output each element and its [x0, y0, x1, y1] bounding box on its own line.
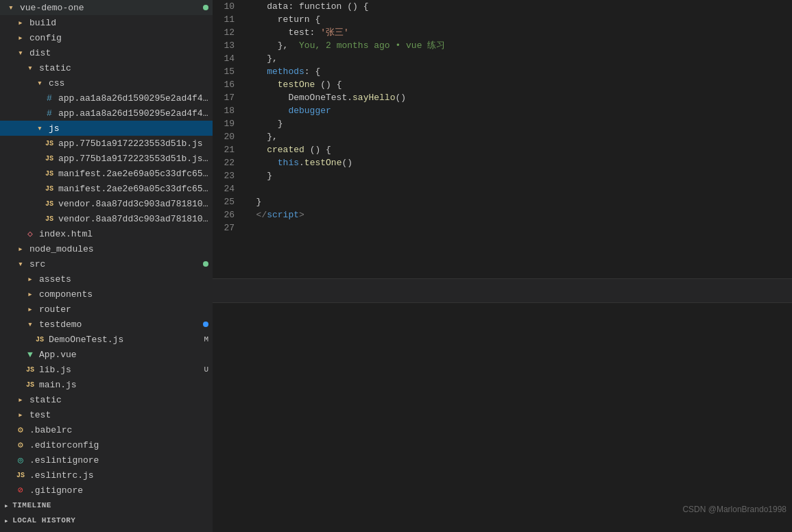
- sidebar-item-css1[interactable]: #app.aa1a8a26d1590295e2ad4f445e50d...: [0, 90, 213, 106]
- sidebar-item-AppVue[interactable]: ▼App.vue: [0, 347, 213, 362]
- sidebar-item-components[interactable]: ▸components: [0, 287, 213, 302]
- sidebar-item-label: router: [39, 304, 213, 315]
- sidebar-item-label: app.aa1a8a26d1590295e2ad4f445e50d...: [58, 108, 213, 119]
- sidebar-item-vue-demo-one[interactable]: ▾vue-demo-one: [0, 0, 213, 15]
- sidebar-item-DemoOneTest[interactable]: JSDemoOneTest.jsM: [0, 332, 213, 347]
- sidebar-item-dist[interactable]: ▾dist: [0, 45, 213, 60]
- line-number: 27: [213, 221, 235, 234]
- sidebar-item-label: app.775b1a9172223553d51b.js.map: [58, 154, 213, 164]
- sidebar-item-js6[interactable]: JSvendor.8aa87dd3c903ad781810.js.map: [0, 211, 213, 226]
- code-line: data: function () {: [245, 0, 792, 13]
- sidebar-section-timeline[interactable]: ▸TIMELINE: [0, 498, 213, 513]
- line-number: 25: [213, 195, 235, 208]
- sidebar-item-label: testdemo: [39, 319, 203, 330]
- folder-icon: ▸: [15, 17, 26, 28]
- sidebar-item-babelrc[interactable]: ⚙.babelrc: [0, 422, 213, 437]
- code-line: created () {: [245, 143, 792, 156]
- panel: [213, 278, 792, 532]
- folder-icon: ▸: [15, 409, 26, 420]
- sidebar-item-js4[interactable]: JSmanifest.2ae2e69a05c33dfc65f8.js.map: [0, 181, 213, 196]
- sidebar-item-gitignore[interactable]: ⊘.gitignore: [0, 483, 213, 498]
- code-line: [245, 182, 792, 195]
- sidebar-item-label: main.js: [39, 380, 213, 390]
- sidebar-item-css[interactable]: ▾css: [0, 75, 213, 90]
- code-line: this.testOne(): [245, 156, 792, 169]
- sidebar-item-label: node_modules: [29, 244, 213, 254]
- sidebar-item-index_html[interactable]: ◇index.html: [0, 226, 213, 241]
- code-line: test: '张三': [245, 26, 792, 39]
- folder-icon: ▾: [5, 2, 16, 13]
- babel-icon: ⚙: [15, 424, 26, 435]
- sidebar-item-libjs[interactable]: JSlib.jsU: [0, 362, 213, 377]
- sidebar-item-static2[interactable]: ▸static: [0, 392, 213, 407]
- eslint-icon: ◎: [15, 455, 26, 466]
- line-number: 14: [213, 52, 235, 65]
- sidebar-item-label: App.vue: [39, 350, 213, 360]
- sidebar-item-mainjs[interactable]: JSmain.js: [0, 377, 213, 392]
- sidebar-item-label: config: [29, 33, 213, 43]
- code-content: data: function () { return { test: '张三' …: [240, 0, 792, 278]
- folder-icon: ▸: [15, 32, 26, 43]
- sidebar-item-testdemo[interactable]: ▾testdemo: [0, 317, 213, 332]
- main-area: 101112131415161718192021222324252627 dat…: [213, 0, 792, 532]
- sidebar-item-label: .editorconfig: [29, 440, 213, 450]
- sidebar-item-label: js: [49, 123, 213, 134]
- line-number: 19: [213, 117, 235, 130]
- folder-icon: ▾: [34, 123, 45, 134]
- js-icon: JS: [25, 381, 36, 389]
- code-line: },: [245, 52, 792, 65]
- sidebar-item-label: DemoOneTest.js: [49, 335, 204, 345]
- sidebar-badge: M: [204, 335, 208, 343]
- line-number: 26: [213, 208, 235, 221]
- terminal-content: [213, 303, 792, 532]
- sidebar-item-js1[interactable]: JSapp.775b1a9172223553d51b.js: [0, 136, 213, 151]
- sidebar-item-label: build: [29, 18, 213, 28]
- sidebar-item-editorconfig[interactable]: ⚙.editorconfig: [0, 437, 213, 452]
- sidebar-section-local-history[interactable]: ▸LOCAL HISTORY: [0, 513, 213, 528]
- sidebar-item-label: index.html: [39, 229, 213, 239]
- sidebar-item-src[interactable]: ▾src: [0, 256, 213, 271]
- sidebar: ▾vue-demo-one▸build▸config▾dist▾static▾c…: [0, 0, 213, 532]
- code-line: debugger: [245, 104, 792, 117]
- line-number: 11: [213, 13, 235, 26]
- sidebar-item-router[interactable]: ▸router: [0, 302, 213, 317]
- editor: 101112131415161718192021222324252627 dat…: [213, 0, 792, 278]
- sidebar-item-eslintrc[interactable]: JS.eslintrc.js: [0, 468, 213, 483]
- sidebar-item-css2[interactable]: #app.aa1a8a26d1590295e2ad4f445e50d...: [0, 106, 213, 121]
- sidebar-item-js[interactable]: ▾js: [0, 121, 213, 136]
- folder-icon: ▸: [25, 304, 36, 315]
- sidebar-item-eslintignore[interactable]: ◎.eslintignore: [0, 452, 213, 468]
- sidebar-item-label: vendor.8aa87dd3c903ad781810.js: [58, 199, 213, 209]
- sidebar-item-js3[interactable]: JSmanifest.2ae2e69a05c33dfc65f8.js: [0, 166, 213, 181]
- code-line: testOne () {: [245, 78, 792, 91]
- watermark: CSDN @MarlonBrando1998: [682, 505, 787, 514]
- sidebar-item-node_modules[interactable]: ▸node_modules: [0, 241, 213, 256]
- code-line: }: [245, 117, 792, 130]
- sidebar-item-build[interactable]: ▸build: [0, 15, 213, 30]
- js-icon: JS: [44, 215, 55, 223]
- line-number: 16: [213, 78, 235, 91]
- sidebar-item-label: static: [29, 395, 213, 405]
- sidebar-item-js2[interactable]: JSapp.775b1a9172223553d51b.js.map: [0, 151, 213, 166]
- panel-tabs: [213, 279, 792, 303]
- sidebar-item-label: vendor.8aa87dd3c903ad781810.js.map: [58, 214, 213, 224]
- css-icon: #: [44, 93, 55, 104]
- sidebar-item-label: components: [39, 289, 213, 300]
- sidebar-dot: [203, 261, 208, 267]
- line-numbers: 101112131415161718192021222324252627: [213, 0, 240, 278]
- sidebar-item-js5[interactable]: JSvendor.8aa87dd3c903ad781810.js: [0, 196, 213, 211]
- folder-icon: ▸: [25, 289, 36, 300]
- sidebar-item-config[interactable]: ▸config: [0, 30, 213, 45]
- js-icon: JS: [44, 170, 55, 178]
- js-icon: JS: [44, 185, 55, 193]
- css-icon: #: [44, 108, 55, 119]
- line-number: 18: [213, 104, 235, 117]
- sidebar-item-static[interactable]: ▾static: [0, 60, 213, 75]
- line-number: 12: [213, 26, 235, 39]
- sidebar-item-label: .eslintrc.js: [29, 470, 213, 481]
- folder-icon: ▾: [25, 62, 36, 73]
- sidebar-item-assets[interactable]: ▸assets: [0, 271, 213, 287]
- sidebar-item-label: dist: [29, 48, 213, 58]
- sidebar-item-label: manifest.2ae2e69a05c33dfc65f8.js: [58, 169, 213, 179]
- sidebar-item-test[interactable]: ▸test: [0, 407, 213, 422]
